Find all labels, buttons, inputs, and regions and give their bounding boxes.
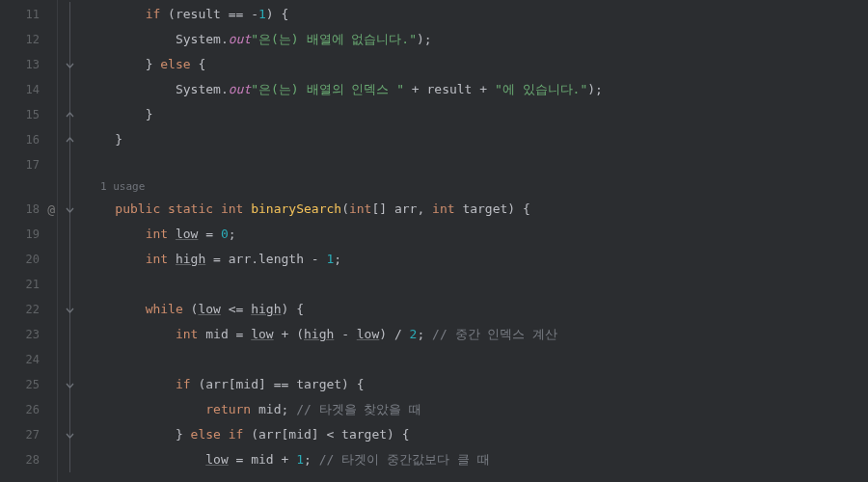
code-line[interactable]: } else {: [85, 52, 868, 77]
code-line[interactable]: public static int binarySearch(int[] arr…: [85, 197, 868, 222]
code-line[interactable]: if (result == -1) {: [85, 2, 868, 27]
line-number: 17: [0, 152, 57, 177]
line-number: 28: [0, 447, 57, 472]
code-line[interactable]: [85, 272, 868, 297]
code-line[interactable]: }: [85, 127, 868, 152]
line-number: 16: [0, 127, 57, 152]
line-number: 12: [0, 27, 57, 52]
fold-toggle-icon[interactable]: [65, 380, 75, 390]
line-number: 21: [0, 272, 57, 297]
fold-close-icon[interactable]: [65, 110, 75, 120]
fold-column: [58, 0, 81, 482]
code-line[interactable]: [85, 347, 868, 372]
code-editor[interactable]: 11 12 13 14 15 16 17 18@ 19 20 21 22 23 …: [0, 0, 868, 482]
code-content[interactable]: if (result == -1) { System.out"은(는) 배열에 …: [81, 0, 868, 482]
code-line[interactable]: [85, 152, 868, 177]
line-number: 19: [0, 222, 57, 247]
code-line[interactable]: low = mid + 1; // 타겟이 중간값보다 클 때: [85, 447, 868, 472]
code-line[interactable]: while (low <= high) {: [85, 297, 868, 322]
usage-hint[interactable]: 1 usage: [85, 177, 868, 197]
code-line[interactable]: }: [85, 102, 868, 127]
fold-toggle-icon[interactable]: [65, 305, 75, 315]
fold-toggle-icon[interactable]: [65, 204, 75, 215]
line-number: 15: [0, 102, 57, 127]
line-number: [0, 177, 57, 197]
code-line[interactable]: return mid; // 타겟을 찾았을 때: [85, 397, 868, 422]
code-line[interactable]: System.out"은(는) 배열에 없습니다.");: [85, 27, 868, 52]
code-line[interactable]: int high = arr.length - 1;: [85, 247, 868, 272]
line-number: 20: [0, 247, 57, 272]
line-number: 27: [0, 422, 57, 447]
fold-toggle-icon[interactable]: [65, 60, 75, 70]
line-number: 25: [0, 372, 57, 397]
line-number-gutter: 11 12 13 14 15 16 17 18@ 19 20 21 22 23 …: [0, 0, 58, 482]
fold-toggle-icon[interactable]: [65, 430, 75, 441]
line-number: 26: [0, 397, 57, 422]
code-line[interactable]: int mid = low + (high - low) / 2; // 중간 …: [85, 322, 868, 347]
line-number: 22: [0, 297, 57, 322]
code-line[interactable]: System.out"은(는) 배열의 인덱스 " + result + "에 …: [85, 77, 868, 102]
fold-close-icon[interactable]: [65, 135, 75, 146]
line-number: 24: [0, 347, 57, 372]
line-number: 11: [0, 2, 57, 27]
line-number: 13: [0, 52, 57, 77]
code-line[interactable]: if (arr[mid] == target) {: [85, 372, 868, 397]
code-line[interactable]: } else if (arr[mid] < target) {: [85, 422, 868, 447]
gutter-at-icon[interactable]: @: [47, 202, 55, 217]
line-number: 18@: [0, 197, 57, 222]
code-line[interactable]: int low = 0;: [85, 222, 868, 247]
line-number: 14: [0, 77, 57, 102]
line-number: 23: [0, 322, 57, 347]
